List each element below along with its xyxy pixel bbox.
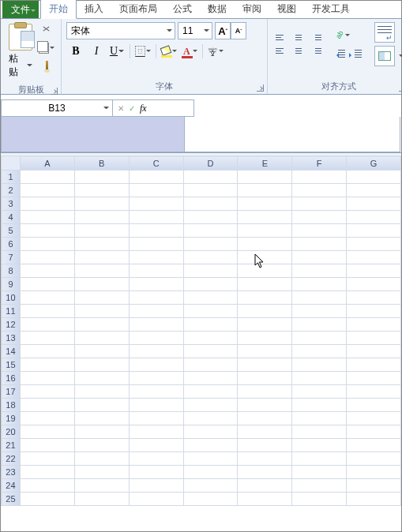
select-all-corner[interactable] [2, 156, 21, 170]
fill-color-button[interactable] [160, 43, 178, 59]
cell[interactable] [129, 425, 183, 439]
cell[interactable] [238, 224, 292, 238]
column-header[interactable]: F [292, 156, 347, 170]
cell[interactable] [183, 425, 238, 439]
cell[interactable] [20, 332, 74, 345]
cell[interactable] [129, 358, 183, 372]
cell[interactable] [238, 318, 292, 332]
group-label-alignment[interactable]: 对齐方式 [272, 79, 402, 94]
cell[interactable] [347, 251, 401, 264]
tab-formula[interactable]: 公式 [165, 0, 200, 18]
group-label-font[interactable]: 字体 [66, 79, 262, 94]
cell[interactable] [292, 318, 347, 332]
cell[interactable] [129, 251, 183, 264]
cell[interactable] [183, 238, 238, 251]
cell[interactable] [74, 439, 129, 452]
column-header[interactable]: D [183, 156, 238, 170]
cell[interactable] [292, 358, 347, 372]
cell[interactable] [129, 345, 183, 358]
align-middle-button[interactable] [291, 32, 306, 44]
cell[interactable] [292, 345, 347, 358]
cell[interactable] [238, 184, 292, 197]
cell[interactable] [238, 345, 292, 358]
cell[interactable] [238, 372, 292, 385]
cell[interactable] [347, 439, 401, 452]
row-header[interactable]: 23 [2, 466, 21, 479]
row-header[interactable]: 8 [2, 264, 21, 278]
cell[interactable] [183, 493, 238, 506]
cell[interactable] [347, 264, 401, 278]
cell[interactable] [74, 170, 129, 184]
cell[interactable] [74, 278, 129, 291]
cell[interactable] [292, 466, 347, 479]
cell[interactable] [238, 399, 292, 412]
cell[interactable] [292, 278, 347, 291]
column-header[interactable]: E [238, 156, 292, 170]
cell[interactable] [292, 479, 347, 493]
cell[interactable] [292, 264, 347, 278]
cell[interactable] [183, 197, 238, 211]
cell[interactable] [183, 251, 238, 264]
cell[interactable] [129, 238, 183, 251]
cell[interactable] [20, 358, 74, 372]
cell[interactable] [74, 345, 129, 358]
row-header[interactable]: 18 [2, 399, 21, 412]
cell[interactable] [129, 493, 183, 506]
enter-icon[interactable]: ✓ [129, 104, 135, 113]
cell[interactable] [347, 358, 401, 372]
tab-data[interactable]: 数据 [200, 0, 235, 18]
cell[interactable] [292, 184, 347, 197]
cell[interactable] [238, 211, 292, 224]
shrink-font-button[interactable]: Aˇ [231, 22, 246, 39]
row-header[interactable]: 2 [2, 184, 21, 197]
row-header[interactable]: 14 [2, 345, 21, 358]
chevron-down-icon[interactable] [399, 54, 402, 58]
cell[interactable] [20, 170, 74, 184]
cell[interactable] [292, 412, 347, 425]
row-header[interactable]: 13 [2, 332, 21, 345]
font-name-combo[interactable]: 宋体 [66, 22, 175, 39]
column-header[interactable]: A [20, 156, 74, 170]
cell[interactable] [74, 332, 129, 345]
cell[interactable] [292, 425, 347, 439]
cell[interactable] [20, 251, 74, 264]
font-color-button[interactable]: A [181, 43, 198, 59]
cell[interactable] [129, 211, 183, 224]
cell[interactable] [292, 291, 347, 305]
cell[interactable] [347, 224, 401, 238]
cell[interactable] [183, 466, 238, 479]
cell[interactable] [347, 399, 401, 412]
cell[interactable] [347, 170, 401, 184]
cell[interactable] [238, 332, 292, 345]
cell[interactable] [183, 345, 238, 358]
cell[interactable] [238, 278, 292, 291]
cell[interactable] [20, 211, 74, 224]
cell[interactable] [183, 385, 238, 399]
cell[interactable] [129, 412, 183, 425]
cell[interactable] [129, 332, 183, 345]
cell[interactable] [238, 251, 292, 264]
cell[interactable] [292, 372, 347, 385]
row-header[interactable]: 3 [2, 197, 21, 211]
cell[interactable] [347, 385, 401, 399]
cell[interactable] [74, 291, 129, 305]
cell[interactable] [20, 452, 74, 466]
cell[interactable] [129, 466, 183, 479]
cell[interactable] [292, 224, 347, 238]
cell[interactable] [347, 278, 401, 291]
cell[interactable] [20, 318, 74, 332]
cut-button[interactable] [38, 23, 55, 39]
cell[interactable] [129, 291, 183, 305]
cell[interactable] [292, 493, 347, 506]
row-header[interactable]: 24 [2, 479, 21, 493]
cell[interactable] [129, 452, 183, 466]
cell[interactable] [74, 211, 129, 224]
cell[interactable] [292, 399, 347, 412]
tab-developer[interactable]: 开发工具 [304, 0, 358, 18]
cell[interactable] [347, 466, 401, 479]
merge-center-button[interactable] [374, 46, 395, 66]
row-header[interactable]: 21 [2, 439, 21, 452]
cell[interactable] [347, 332, 401, 345]
cell[interactable] [238, 385, 292, 399]
row-header[interactable]: 9 [2, 278, 21, 291]
